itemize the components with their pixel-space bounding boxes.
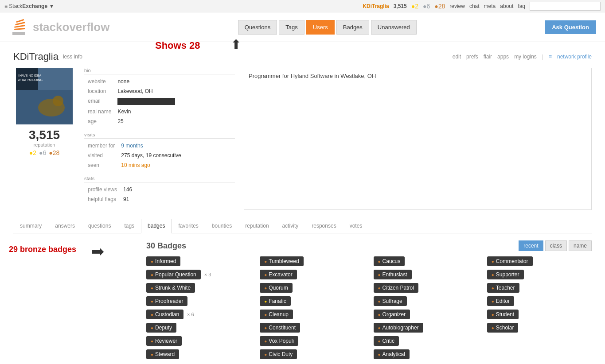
tab-activity[interactable]: activity: [276, 219, 305, 233]
stackexchange-logo[interactable]: ≡ StackExchange ▼: [4, 3, 54, 9]
annotation-area: 29 bronze badges ➡ 30 Badges recent clas…: [13, 240, 592, 359]
tab-answers[interactable]: answers: [48, 219, 82, 233]
badge-fanatic: ●Fanatic: [260, 296, 364, 306]
badge-pill[interactable]: ●Citizen Patrol: [374, 283, 418, 293]
badge-pill[interactable]: ●Enthusiast: [374, 270, 412, 279]
tab-questions[interactable]: Questions: [238, 20, 277, 35]
badge-pill[interactable]: ●Organizer: [374, 310, 410, 319]
topbar-left: ≡ StackExchange ▼: [4, 3, 54, 9]
tab-users[interactable]: Users: [306, 20, 335, 35]
badge-pill[interactable]: ●Editor: [487, 296, 514, 306]
profile-body: I HAVE NO IDEA WHAT I'M DOING 3,515 repu…: [13, 68, 592, 210]
avatar: I HAVE NO IDEA WHAT I'M DOING: [16, 68, 73, 124]
real-name-row: real name Kevin: [85, 107, 178, 116]
tab-responses[interactable]: responses: [305, 219, 343, 233]
badge-supporter: ●Supporter: [487, 270, 592, 279]
tab-bounties[interactable]: bounties: [205, 219, 238, 233]
badge-pill[interactable]: ●Supporter: [487, 270, 524, 279]
badge-pill[interactable]: ●Autobiographer: [374, 323, 423, 333]
real-name-label: real name: [85, 107, 114, 116]
badge-pill[interactable]: ●Scholar: [487, 323, 519, 333]
badge-enthusiast: ●Enthusiast: [374, 270, 478, 279]
badge-pill[interactable]: ●Constituent: [260, 323, 300, 333]
tab-favorites[interactable]: favorites: [172, 219, 205, 233]
badge-critic: ●Critic: [374, 336, 478, 346]
badges-label: Badges: [157, 241, 186, 250]
ask-question-button[interactable]: Ask Question: [545, 20, 596, 34]
search-input[interactable]: [530, 2, 601, 11]
profile-views-label: profile views: [85, 185, 120, 194]
badge-suffrage: ●Suffrage: [374, 296, 478, 306]
tab-reputation[interactable]: reputation: [238, 219, 275, 233]
apps-link[interactable]: apps: [497, 54, 509, 60]
badge-pill[interactable]: ●Tumbleweed: [260, 256, 303, 266]
site-header: stackoverflow Questions Tags Users Badge…: [0, 12, 605, 42]
badge-pill[interactable]: ●Student: [487, 310, 519, 319]
badge-autobiographer: ●Autobiographer: [374, 323, 478, 333]
real-name-value: Kevin: [115, 107, 178, 116]
badge-pill[interactable]: ●Commentator: [487, 256, 533, 266]
badge-pill[interactable]: ●Analytical: [374, 349, 410, 359]
badge-pill[interactable]: ●Cleanup: [260, 310, 293, 319]
age-row: age 25: [85, 117, 178, 126]
badge-pill[interactable]: ●Popular Question: [146, 270, 201, 279]
tab-tags[interactable]: Tags: [279, 20, 304, 35]
flair-link[interactable]: flair: [484, 54, 492, 60]
badge-pill[interactable]: ●Informed: [146, 256, 180, 266]
tab-tags[interactable]: tags: [117, 219, 141, 233]
badge-pill[interactable]: ●Teacher: [487, 283, 519, 293]
badge-pill[interactable]: ●Deputy: [146, 323, 176, 333]
badge-pill[interactable]: ●Reviewer: [146, 336, 182, 346]
tab-badges[interactable]: Badges: [336, 20, 369, 35]
badge-vox-populi: ●Vox Populi: [260, 336, 364, 346]
filter-class-btn[interactable]: class: [545, 240, 567, 251]
about-text: Programmer for Hyland Software in Westla…: [249, 73, 587, 79]
seen-row: seen 10 mins ago: [85, 161, 184, 170]
badge-steward: ●Steward: [146, 349, 251, 359]
chat-link[interactable]: chat: [469, 3, 480, 9]
profile-header-row: KDiTraglia less info edit prefs flair ap…: [13, 51, 592, 62]
bronze-badge-count: ●28: [434, 3, 445, 10]
bio-table: website none location Lakewood, OH email…: [84, 76, 179, 127]
prefs-link[interactable]: prefs: [466, 54, 478, 60]
profile-username: KDiTraglia: [13, 51, 59, 62]
network-profile-link[interactable]: network profile: [557, 54, 592, 60]
badge-pill[interactable]: ●Steward: [146, 349, 179, 359]
badge-strunk-white: ●Strunk & White: [146, 283, 251, 293]
badge-pill[interactable]: ●Vox Populi: [260, 336, 298, 346]
badge-pill[interactable]: ●Strunk & White: [146, 283, 195, 293]
badge-editor: ●Editor: [487, 296, 592, 306]
badge-caucus: ●Caucus: [374, 256, 478, 266]
email-row: email: [85, 97, 178, 106]
topbar: ≡ StackExchange ▼ KDiTraglia 3,515 ●2 ●6…: [0, 0, 605, 12]
badge-pill[interactable]: ●Civic Duty: [260, 349, 297, 359]
tab-badges[interactable]: badges: [141, 219, 172, 233]
badge-pill[interactable]: ●Quorum: [260, 283, 292, 293]
badge-pill[interactable]: ●Critic: [374, 336, 399, 346]
badge-pill[interactable]: ●Custodian: [146, 310, 183, 319]
less-info-toggle[interactable]: less info: [63, 54, 82, 60]
filter-name-btn[interactable]: name: [569, 240, 592, 251]
tab-questions[interactable]: questions: [82, 219, 117, 233]
badge-pill[interactable]: ●Fanatic: [260, 296, 290, 306]
tab-votes[interactable]: votes: [343, 219, 369, 233]
bio-section-header: bio: [84, 68, 235, 74]
badge-excavator: ●Excavator: [260, 270, 364, 279]
badge-pill[interactable]: ●Proofreader: [146, 296, 187, 306]
faq-link[interactable]: faq: [518, 3, 525, 9]
reputation-label: reputation: [34, 142, 55, 147]
topbar-username[interactable]: KDiTraglia: [363, 3, 389, 9]
meta-link[interactable]: meta: [484, 3, 496, 9]
edit-link[interactable]: edit: [453, 54, 461, 60]
badge-pill[interactable]: ●Suffrage: [374, 296, 407, 306]
tab-summary[interactable]: summary: [13, 219, 48, 233]
badge-pill[interactable]: ●Caucus: [374, 256, 405, 266]
profile-views-row: profile views 146: [85, 185, 135, 194]
review-link[interactable]: review: [449, 3, 465, 9]
filter-recent-btn[interactable]: recent: [519, 240, 543, 251]
about-link[interactable]: about: [500, 3, 513, 9]
topbar-right: KDiTraglia 3,515 ●2 ●6 ●28 review chat m…: [363, 2, 601, 11]
badge-pill[interactable]: ●Excavator: [260, 270, 297, 279]
my-logins-link[interactable]: my logins: [514, 54, 537, 60]
tab-unanswered[interactable]: Unanswered: [371, 20, 417, 35]
